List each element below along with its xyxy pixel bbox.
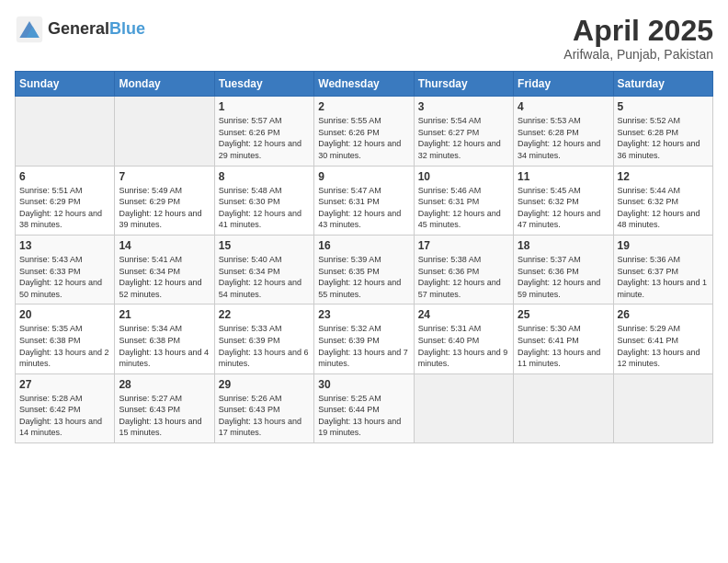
day-info: Sunrise: 5:40 AM Sunset: 6:34 PM Dayligh… bbox=[219, 254, 310, 300]
day-number: 28 bbox=[119, 378, 210, 391]
day-info: Sunrise: 5:29 AM Sunset: 6:41 PM Dayligh… bbox=[618, 323, 709, 369]
day-info: Sunrise: 5:48 AM Sunset: 6:30 PM Dayligh… bbox=[219, 185, 310, 231]
day-info: Sunrise: 5:41 AM Sunset: 6:34 PM Dayligh… bbox=[119, 254, 210, 300]
day-cell: 23Sunrise: 5:32 AM Sunset: 6:39 PM Dayli… bbox=[314, 304, 414, 373]
day-info: Sunrise: 5:32 AM Sunset: 6:39 PM Dayligh… bbox=[318, 323, 409, 369]
day-info: Sunrise: 5:49 AM Sunset: 6:29 PM Dayligh… bbox=[119, 185, 210, 231]
day-cell: 22Sunrise: 5:33 AM Sunset: 6:39 PM Dayli… bbox=[214, 304, 313, 373]
day-info: Sunrise: 5:51 AM Sunset: 6:29 PM Dayligh… bbox=[19, 185, 110, 231]
day-cell: 17Sunrise: 5:38 AM Sunset: 6:36 PM Dayli… bbox=[414, 235, 513, 304]
day-cell: 5Sunrise: 5:52 AM Sunset: 6:28 PM Daylig… bbox=[613, 97, 712, 166]
day-cell: 28Sunrise: 5:27 AM Sunset: 6:43 PM Dayli… bbox=[115, 373, 214, 442]
weekday-wednesday: Wednesday bbox=[314, 72, 414, 97]
day-info: Sunrise: 5:33 AM Sunset: 6:39 PM Dayligh… bbox=[219, 323, 310, 369]
day-cell: 4Sunrise: 5:53 AM Sunset: 6:28 PM Daylig… bbox=[514, 97, 613, 166]
page-header: GeneralBlue April 2025 Arifwala, Punjab,… bbox=[15, 15, 713, 62]
day-cell: 13Sunrise: 5:43 AM Sunset: 6:33 PM Dayli… bbox=[16, 235, 115, 304]
day-number: 1 bbox=[219, 100, 310, 113]
day-info: Sunrise: 5:57 AM Sunset: 6:26 PM Dayligh… bbox=[219, 115, 310, 161]
day-cell: 15Sunrise: 5:40 AM Sunset: 6:34 PM Dayli… bbox=[214, 235, 313, 304]
day-info: Sunrise: 5:28 AM Sunset: 6:42 PM Dayligh… bbox=[19, 393, 110, 439]
weekday-tuesday: Tuesday bbox=[214, 72, 313, 97]
day-cell: 16Sunrise: 5:39 AM Sunset: 6:35 PM Dayli… bbox=[314, 235, 414, 304]
location: Arifwala, Punjab, Pakistan bbox=[563, 47, 713, 62]
calendar-body: 1Sunrise: 5:57 AM Sunset: 6:26 PM Daylig… bbox=[16, 97, 713, 443]
day-number: 14 bbox=[119, 239, 210, 252]
day-cell: 6Sunrise: 5:51 AM Sunset: 6:29 PM Daylig… bbox=[16, 166, 115, 235]
logo-icon bbox=[15, 15, 44, 44]
day-cell: 24Sunrise: 5:31 AM Sunset: 6:40 PM Dayli… bbox=[414, 304, 513, 373]
day-cell: 27Sunrise: 5:28 AM Sunset: 6:42 PM Dayli… bbox=[16, 373, 115, 442]
day-number: 20 bbox=[19, 308, 110, 321]
day-number: 17 bbox=[418, 239, 509, 252]
day-cell: 20Sunrise: 5:35 AM Sunset: 6:38 PM Dayli… bbox=[16, 304, 115, 373]
day-cell: 14Sunrise: 5:41 AM Sunset: 6:34 PM Dayli… bbox=[115, 235, 214, 304]
day-number: 27 bbox=[19, 378, 110, 391]
day-number: 2 bbox=[318, 100, 409, 113]
day-number: 6 bbox=[19, 170, 110, 183]
day-cell: 2Sunrise: 5:55 AM Sunset: 6:26 PM Daylig… bbox=[314, 97, 414, 166]
day-number: 11 bbox=[518, 170, 609, 183]
day-info: Sunrise: 5:46 AM Sunset: 6:31 PM Dayligh… bbox=[418, 185, 509, 231]
week-row-2: 6Sunrise: 5:51 AM Sunset: 6:29 PM Daylig… bbox=[16, 166, 713, 235]
logo-text: GeneralBlue bbox=[48, 20, 145, 39]
day-number: 21 bbox=[119, 308, 210, 321]
day-cell: 7Sunrise: 5:49 AM Sunset: 6:29 PM Daylig… bbox=[115, 166, 214, 235]
day-info: Sunrise: 5:44 AM Sunset: 6:32 PM Dayligh… bbox=[618, 185, 709, 231]
day-info: Sunrise: 5:25 AM Sunset: 6:44 PM Dayligh… bbox=[318, 393, 409, 439]
day-number: 3 bbox=[418, 100, 509, 113]
day-info: Sunrise: 5:36 AM Sunset: 6:37 PM Dayligh… bbox=[618, 254, 709, 300]
day-info: Sunrise: 5:54 AM Sunset: 6:27 PM Dayligh… bbox=[418, 115, 509, 161]
day-number: 23 bbox=[318, 308, 409, 321]
day-number: 8 bbox=[219, 170, 310, 183]
calendar-table: SundayMondayTuesdayWednesdayThursdayFrid… bbox=[15, 71, 713, 443]
day-info: Sunrise: 5:30 AM Sunset: 6:41 PM Dayligh… bbox=[518, 323, 609, 369]
day-number: 29 bbox=[219, 378, 310, 391]
day-number: 24 bbox=[418, 308, 509, 321]
week-row-5: 27Sunrise: 5:28 AM Sunset: 6:42 PM Dayli… bbox=[16, 373, 713, 442]
day-cell: 26Sunrise: 5:29 AM Sunset: 6:41 PM Dayli… bbox=[613, 304, 712, 373]
day-info: Sunrise: 5:31 AM Sunset: 6:40 PM Dayligh… bbox=[418, 323, 509, 369]
week-row-1: 1Sunrise: 5:57 AM Sunset: 6:26 PM Daylig… bbox=[16, 97, 713, 166]
day-cell bbox=[613, 373, 712, 442]
day-info: Sunrise: 5:55 AM Sunset: 6:26 PM Dayligh… bbox=[318, 115, 409, 161]
weekday-thursday: Thursday bbox=[414, 72, 513, 97]
day-number: 9 bbox=[318, 170, 409, 183]
day-cell: 25Sunrise: 5:30 AM Sunset: 6:41 PM Dayli… bbox=[514, 304, 613, 373]
day-cell: 21Sunrise: 5:34 AM Sunset: 6:38 PM Dayli… bbox=[115, 304, 214, 373]
weekday-sunday: Sunday bbox=[16, 72, 115, 97]
day-cell bbox=[16, 97, 115, 166]
weekday-header-row: SundayMondayTuesdayWednesdayThursdayFrid… bbox=[16, 72, 713, 97]
day-info: Sunrise: 5:47 AM Sunset: 6:31 PM Dayligh… bbox=[318, 185, 409, 231]
weekday-monday: Monday bbox=[115, 72, 214, 97]
day-info: Sunrise: 5:35 AM Sunset: 6:38 PM Dayligh… bbox=[19, 323, 110, 369]
day-number: 7 bbox=[119, 170, 210, 183]
day-number: 18 bbox=[518, 239, 609, 252]
day-info: Sunrise: 5:39 AM Sunset: 6:35 PM Dayligh… bbox=[318, 254, 409, 300]
day-cell: 18Sunrise: 5:37 AM Sunset: 6:36 PM Dayli… bbox=[514, 235, 613, 304]
day-info: Sunrise: 5:52 AM Sunset: 6:28 PM Dayligh… bbox=[618, 115, 709, 161]
day-info: Sunrise: 5:45 AM Sunset: 6:32 PM Dayligh… bbox=[518, 185, 609, 231]
day-number: 12 bbox=[618, 170, 709, 183]
day-cell: 19Sunrise: 5:36 AM Sunset: 6:37 PM Dayli… bbox=[613, 235, 712, 304]
day-number: 13 bbox=[19, 239, 110, 252]
month-title: April 2025 bbox=[563, 15, 713, 47]
day-cell bbox=[514, 373, 613, 442]
day-number: 15 bbox=[219, 239, 310, 252]
day-info: Sunrise: 5:43 AM Sunset: 6:33 PM Dayligh… bbox=[19, 254, 110, 300]
day-number: 4 bbox=[518, 100, 609, 113]
day-number: 25 bbox=[518, 308, 609, 321]
weekday-saturday: Saturday bbox=[613, 72, 712, 97]
day-number: 26 bbox=[618, 308, 709, 321]
weekday-friday: Friday bbox=[514, 72, 613, 97]
day-cell: 8Sunrise: 5:48 AM Sunset: 6:30 PM Daylig… bbox=[214, 166, 313, 235]
day-number: 10 bbox=[418, 170, 509, 183]
title-block: April 2025 Arifwala, Punjab, Pakistan bbox=[563, 15, 713, 62]
day-info: Sunrise: 5:26 AM Sunset: 6:43 PM Dayligh… bbox=[219, 393, 310, 439]
day-number: 16 bbox=[318, 239, 409, 252]
day-cell bbox=[115, 97, 214, 166]
day-cell bbox=[414, 373, 513, 442]
day-info: Sunrise: 5:34 AM Sunset: 6:38 PM Dayligh… bbox=[119, 323, 210, 369]
day-cell: 10Sunrise: 5:46 AM Sunset: 6:31 PM Dayli… bbox=[414, 166, 513, 235]
day-number: 19 bbox=[618, 239, 709, 252]
